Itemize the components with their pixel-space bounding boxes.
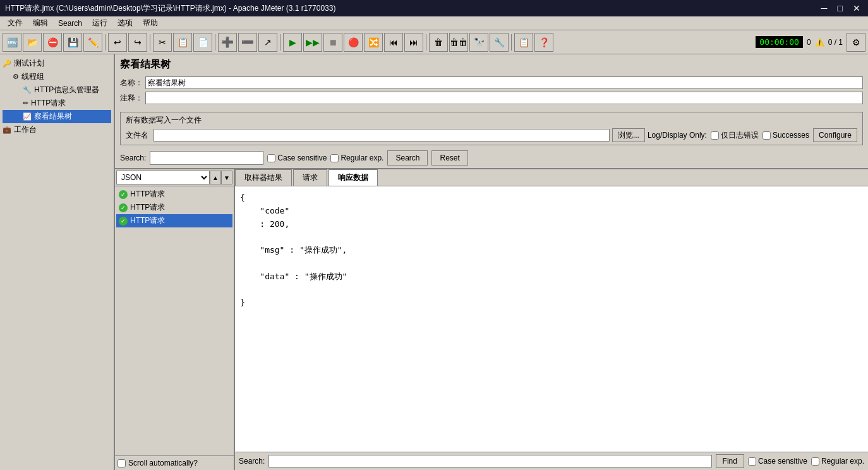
maximize-button[interactable]: □ bbox=[835, 3, 845, 13]
tb-saveas[interactable]: ✏️ bbox=[83, 33, 102, 52]
titlebar: HTTP请求.jmx (C:\Users\admin\Desktop\学习记录\… bbox=[0, 0, 868, 16]
name-input[interactable] bbox=[145, 76, 863, 89]
detail-regular-exp-checkbox[interactable] bbox=[811, 457, 819, 466]
workbench-label: 工作台 bbox=[14, 124, 37, 135]
tb-div2 bbox=[150, 34, 150, 51]
close-button[interactable]: ✕ bbox=[850, 3, 863, 13]
tb-start[interactable]: ▶ bbox=[283, 33, 302, 52]
json-line-4 bbox=[240, 231, 863, 244]
detail-content: { "code" : 200, "msg" : "操作成功", "data" :… bbox=[235, 186, 868, 452]
tb-remote2[interactable]: ⏮ bbox=[384, 33, 403, 52]
tb-help[interactable]: ❓ bbox=[534, 33, 553, 52]
menu-file[interactable]: 文件 bbox=[3, 16, 28, 30]
http-request-label: HTTP请求 bbox=[31, 98, 66, 109]
tb-list[interactable]: 📋 bbox=[514, 33, 533, 52]
name-label: 名称： bbox=[120, 78, 145, 88]
tb-clear[interactable]: 🗑 bbox=[429, 33, 448, 52]
result-icon-3: ✓ bbox=[119, 217, 128, 226]
tb-start-all[interactable]: ▶▶ bbox=[303, 33, 322, 52]
splitter-area: JSON XML Text HTML ▲ ▼ ✓ HTTP请求 ✓ bbox=[115, 169, 868, 470]
warning-count: 0 bbox=[807, 38, 811, 47]
json-line-7: "data" : "操作成功" bbox=[240, 270, 863, 284]
tb-config[interactable]: ⚙ bbox=[847, 33, 865, 52]
scroll-auto-label: Scroll automatically? bbox=[128, 459, 198, 467]
tb-add[interactable]: ➕ bbox=[218, 33, 237, 52]
tb-paste[interactable]: 📄 bbox=[193, 33, 212, 52]
menu-edit[interactable]: 编辑 bbox=[28, 16, 53, 30]
tb-undo[interactable]: ↩ bbox=[108, 33, 127, 52]
tb-cut[interactable]: ✂ bbox=[153, 33, 172, 52]
tb-tools[interactable]: 🔧 bbox=[490, 33, 509, 52]
result-item-1[interactable]: ✓ HTTP请求 bbox=[116, 188, 232, 201]
tab-request[interactable]: 请求 bbox=[293, 169, 327, 186]
result-item-3[interactable]: ✓ HTTP请求 bbox=[116, 214, 232, 227]
detail-search-input[interactable] bbox=[268, 455, 711, 467]
json-line-9: } bbox=[240, 296, 863, 310]
detail-case-sensitive-label: Case sensitive bbox=[758, 457, 807, 466]
tb-clearall[interactable]: 🗑🗑 bbox=[449, 33, 468, 52]
tb-remote3[interactable]: ⏭ bbox=[404, 33, 423, 52]
tree-item-test-plan[interactable]: 🔑 测试计划 bbox=[3, 57, 111, 70]
tb-open[interactable]: 📂 bbox=[23, 33, 42, 52]
tb-new[interactable]: 🆕 bbox=[3, 33, 21, 52]
format-dropdown[interactable]: JSON XML Text HTML bbox=[116, 171, 210, 184]
menu-search[interactable]: Search bbox=[53, 18, 87, 29]
tb-copy[interactable]: 📋 bbox=[173, 33, 192, 52]
scroll-auto-checkbox[interactable] bbox=[118, 459, 126, 467]
configure-btn[interactable]: Configure bbox=[813, 128, 857, 142]
tb-expand[interactable]: ↗ bbox=[258, 33, 277, 52]
scroll-auto-area: Scroll automatically? bbox=[115, 455, 234, 470]
left-panel: 🔑 测试计划 ⚙ 线程组 🔧 HTTP信息头管理器 ✏ HTTP请求 📈 察看结… bbox=[0, 54, 115, 470]
tab-sampler-result[interactable]: 取样器结果 bbox=[235, 169, 292, 186]
json-line-6 bbox=[240, 257, 863, 270]
tb-save[interactable]: 💾 bbox=[63, 33, 82, 52]
find-button[interactable]: Find bbox=[716, 454, 744, 468]
menu-options[interactable]: 选项 bbox=[112, 16, 138, 30]
workbench-icon: 💼 bbox=[3, 126, 11, 134]
search-button[interactable]: Search bbox=[387, 150, 428, 166]
result-item-2[interactable]: ✓ HTTP请求 bbox=[116, 201, 232, 214]
tb-redo[interactable]: ↪ bbox=[128, 33, 147, 52]
timer-display: 00:00:00 bbox=[756, 36, 803, 48]
http-request-icon: ✏ bbox=[23, 99, 28, 107]
tree-item-http-request[interactable]: ✏ HTTP请求 bbox=[3, 97, 111, 110]
log-label: Log/Display Only: bbox=[648, 131, 707, 140]
successes-checkbox[interactable] bbox=[763, 131, 771, 140]
result-icon-2: ✓ bbox=[119, 203, 128, 212]
panel-title: 察看结果树 bbox=[120, 59, 171, 69]
name-row: 名称： bbox=[120, 76, 863, 89]
tb-error[interactable]: ⛔ bbox=[43, 33, 62, 52]
tb-remote[interactable]: 🔀 bbox=[364, 33, 383, 52]
progress-display: 0 / 1 bbox=[828, 38, 843, 47]
menu-help[interactable]: 帮助 bbox=[138, 16, 163, 30]
tb-search[interactable]: 🔭 bbox=[469, 33, 488, 52]
right-panel: 察看结果树 名称： 注释： 所有数据写入一个文件 文件名 浏览... Log/D… bbox=[115, 54, 868, 470]
regular-exp-checkbox[interactable] bbox=[330, 154, 339, 162]
http-header-icon: 🔧 bbox=[23, 86, 32, 94]
tb-stop[interactable]: ⏹ bbox=[323, 33, 342, 52]
scroll-up-btn[interactable]: ▲ bbox=[210, 171, 221, 184]
scroll-down-btn[interactable]: ▼ bbox=[221, 171, 232, 184]
search-input[interactable] bbox=[150, 151, 263, 165]
browse-btn[interactable]: 浏览... bbox=[612, 128, 645, 142]
case-sensitive-checkbox[interactable] bbox=[267, 154, 275, 162]
comment-input[interactable] bbox=[145, 92, 863, 104]
file-input[interactable] bbox=[154, 129, 610, 142]
menubar: 文件 编辑 Search 运行 选项 帮助 bbox=[0, 16, 868, 30]
tb-remove[interactable]: ➖ bbox=[238, 33, 257, 52]
detail-case-sensitive-checkbox[interactable] bbox=[748, 457, 756, 466]
tree-item-http-header[interactable]: 🔧 HTTP信息头管理器 bbox=[3, 83, 111, 97]
minimize-button[interactable]: ─ bbox=[819, 3, 830, 13]
main-container: 🔑 测试计划 ⚙ 线程组 🔧 HTTP信息头管理器 ✏ HTTP请求 📈 察看结… bbox=[0, 54, 868, 470]
tree-item-result-tree[interactable]: 📈 察看结果树 bbox=[3, 110, 111, 123]
tree-item-thread-group[interactable]: ⚙ 线程组 bbox=[3, 70, 111, 83]
tree-item-workbench[interactable]: 💼 工作台 bbox=[3, 123, 111, 136]
tab-response-data[interactable]: 响应数据 bbox=[329, 169, 378, 186]
content-header: 察看结果树 bbox=[115, 54, 868, 74]
detail-search-label: Search: bbox=[239, 457, 265, 466]
errors-checkbox[interactable] bbox=[711, 131, 719, 140]
reset-button[interactable]: Reset bbox=[431, 150, 467, 166]
menu-run[interactable]: 运行 bbox=[87, 16, 112, 30]
tb-div3 bbox=[215, 34, 215, 51]
tb-shutdown[interactable]: 🔴 bbox=[344, 33, 363, 52]
